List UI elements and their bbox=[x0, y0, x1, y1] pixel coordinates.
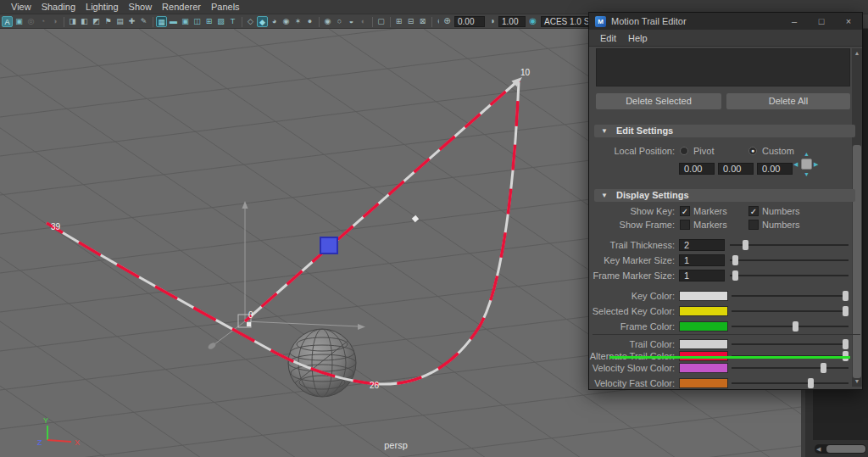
numbers-label[interactable]: Numbers bbox=[762, 205, 800, 217]
paint-select-icon[interactable]: ◔ bbox=[37, 16, 48, 27]
scrollbar-thumb[interactable] bbox=[826, 445, 865, 453]
scroll-up-icon[interactable]: ▲ bbox=[852, 49, 862, 58]
selected-key-color-swatch[interactable] bbox=[679, 306, 728, 316]
gate-mask-icon[interactable]: ◫ bbox=[192, 16, 203, 27]
trail-key-number-10[interactable]: 10 bbox=[520, 68, 531, 77]
delete-all-button[interactable]: Delete All bbox=[726, 93, 850, 109]
frame-color-swatch[interactable] bbox=[679, 321, 728, 332]
menu-view[interactable]: View bbox=[7, 2, 36, 12]
collapse-triangle-icon[interactable]: ▼ bbox=[601, 189, 608, 202]
custom-radio[interactable]: ● bbox=[748, 147, 757, 155]
trail-list-box[interactable] bbox=[596, 48, 850, 86]
shadows-icon[interactable]: ● bbox=[304, 16, 315, 27]
view-transform-field[interactable]: ACES 1.0 SDR-vid bbox=[541, 16, 592, 27]
frame-marker-size-field[interactable]: 1 bbox=[679, 270, 725, 281]
show-key-markers-checkbox[interactable]: ✓ bbox=[680, 206, 690, 216]
trail-key-number-26[interactable]: 26 bbox=[370, 381, 380, 390]
duplicate-view-icon[interactable]: ⊞ bbox=[393, 16, 404, 27]
isolate-select-icon[interactable]: A bbox=[2, 16, 13, 27]
key-marker-size-field[interactable]: 1 bbox=[679, 254, 725, 266]
minimize-button[interactable]: – bbox=[781, 13, 808, 30]
marquee-select-icon[interactable]: ▣ bbox=[14, 16, 25, 27]
key-color-slider[interactable] bbox=[732, 290, 849, 302]
show-frame-markers-checkbox[interactable] bbox=[680, 220, 690, 230]
trail-thickness-field[interactable]: 2 bbox=[679, 239, 725, 251]
menu-renderer[interactable]: Renderer bbox=[158, 2, 205, 12]
position-nudge-widget[interactable]: ▲ ▼ ◀ ▶ bbox=[793, 150, 820, 177]
tear-off-copy-icon[interactable]: ⊟ bbox=[405, 16, 416, 27]
trail-color-slider[interactable] bbox=[732, 338, 849, 350]
frame-color-slider[interactable] bbox=[732, 320, 849, 332]
edit-settings-header[interactable]: ▼ Edit Settings bbox=[594, 125, 855, 137]
grid-icon[interactable]: ▦ bbox=[156, 16, 167, 27]
2d-pan-zoom-icon[interactable]: ✚ bbox=[126, 16, 137, 27]
collapse-triangle-icon[interactable]: ▼ bbox=[601, 125, 608, 137]
markers-label[interactable]: Markers bbox=[693, 219, 727, 231]
frame-marker-size-slider[interactable] bbox=[730, 270, 849, 281]
menu-edit[interactable]: Edit bbox=[594, 33, 622, 43]
dock-horizontal-scrollbar[interactable]: ◀ bbox=[815, 444, 866, 454]
velocity-slow-color-swatch[interactable] bbox=[679, 363, 728, 373]
menu-help[interactable]: Help bbox=[622, 33, 654, 43]
trail-thickness-slider[interactable] bbox=[730, 239, 849, 251]
nudge-center-handle[interactable] bbox=[801, 159, 812, 170]
lighting-icon[interactable]: ✶ bbox=[292, 16, 303, 27]
show-frame-numbers-checkbox[interactable] bbox=[748, 220, 759, 230]
maximize-button[interactable]: □ bbox=[808, 13, 835, 30]
show-key-numbers-checkbox[interactable]: ✓ bbox=[748, 206, 759, 216]
shaded-mode-icon[interactable]: ◆ bbox=[257, 16, 268, 27]
view-transform-icon[interactable]: ◉ bbox=[527, 15, 538, 26]
trail-key-number-39[interactable]: 39 bbox=[51, 222, 61, 231]
nudge-down-icon[interactable]: ▼ bbox=[804, 171, 810, 177]
trail-key-number-0[interactable]: 0 bbox=[248, 310, 253, 320]
textured-mode-icon[interactable]: ◕ bbox=[269, 16, 280, 27]
markers-label[interactable]: Markers bbox=[693, 205, 727, 217]
isolate-selected-icon[interactable]: ▢ bbox=[376, 16, 387, 27]
position-y-field[interactable]: 0.00 bbox=[718, 163, 754, 175]
lasso-tool-icon[interactable]: ◎ bbox=[25, 16, 36, 27]
gamma-icon[interactable]: ◑ bbox=[487, 15, 498, 26]
velocity-slow-color-slider[interactable] bbox=[732, 362, 849, 374]
trail-key-marker[interactable] bbox=[247, 322, 251, 326]
custom-label[interactable]: Custom bbox=[762, 145, 794, 157]
ambient-occlusion-icon[interactable]: ◉ bbox=[322, 16, 333, 27]
pivot-radio[interactable] bbox=[680, 147, 688, 155]
scroll-left-icon[interactable]: ◀ bbox=[816, 444, 821, 454]
nudge-right-icon[interactable]: ▶ bbox=[814, 161, 818, 167]
numbers-label[interactable]: Numbers bbox=[762, 219, 800, 231]
display-settings-header[interactable]: ▼ Display Settings bbox=[594, 189, 855, 202]
use-default-material-icon[interactable]: ◉ bbox=[281, 16, 292, 27]
select-camera-icon[interactable]: ◨ bbox=[67, 16, 78, 27]
menu-lighting[interactable]: Lighting bbox=[81, 2, 123, 12]
menu-show[interactable]: Show bbox=[125, 2, 157, 12]
window-titlebar[interactable]: M Motion Trail Editor – □ × bbox=[589, 13, 862, 30]
soft-select-icon[interactable]: ◑ bbox=[49, 16, 60, 27]
lock-camera-icon[interactable]: ◧ bbox=[79, 16, 90, 27]
selected-key-color-slider[interactable] bbox=[732, 305, 849, 317]
safe-action-icon[interactable]: ▧ bbox=[215, 16, 226, 27]
velocity-fast-color-swatch[interactable] bbox=[679, 378, 728, 388]
position-x-field[interactable]: 0.00 bbox=[679, 163, 715, 175]
camera-attributes-icon[interactable]: ◩ bbox=[91, 16, 102, 27]
trail-color-swatch[interactable] bbox=[679, 339, 728, 349]
camera-name-label[interactable]: persp bbox=[370, 440, 421, 450]
menu-shading[interactable]: Shading bbox=[37, 2, 80, 12]
menu-panels[interactable]: Panels bbox=[207, 2, 244, 12]
motion-blur-icon[interactable]: ○ bbox=[334, 16, 345, 27]
image-plane-icon[interactable]: ▤ bbox=[114, 16, 125, 27]
exposure-field[interactable]: 0.00 bbox=[454, 16, 485, 27]
bookmark-icon[interactable]: ⚑ bbox=[103, 16, 114, 27]
exposure-icon[interactable]: ⊕ bbox=[442, 15, 453, 26]
close-button[interactable]: × bbox=[835, 13, 862, 30]
position-z-field[interactable]: 0.00 bbox=[757, 163, 793, 175]
grease-pencil-icon[interactable]: ✎ bbox=[138, 16, 149, 27]
film-gate-icon[interactable]: ▬ bbox=[168, 16, 179, 27]
anti-alias-icon[interactable]: ◒ bbox=[346, 16, 357, 27]
depth-of-field-icon[interactable]: ◐ bbox=[358, 16, 369, 27]
delete-selected-button[interactable]: Delete Selected bbox=[596, 93, 721, 109]
wireframe-mode-icon[interactable]: ◇ bbox=[245, 16, 256, 27]
field-chart-icon[interactable]: ⊞ bbox=[203, 16, 214, 27]
nudge-left-icon[interactable]: ◀ bbox=[793, 161, 798, 167]
pivot-label[interactable]: Pivot bbox=[693, 145, 714, 157]
resolution-gate-icon[interactable]: ▣ bbox=[180, 16, 191, 27]
